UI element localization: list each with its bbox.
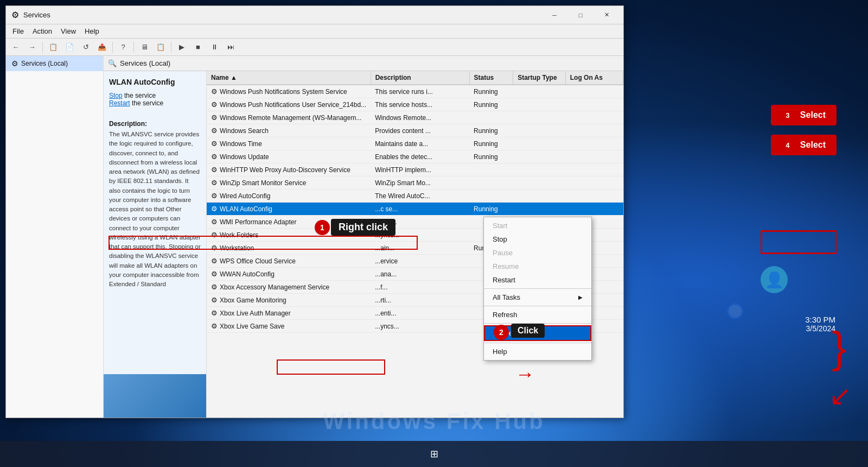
col-header-logon[interactable]: Log On As bbox=[565, 71, 623, 85]
service-desc-cell: Windows Remote... bbox=[371, 111, 469, 124]
service-gear-icon: ⚙ bbox=[211, 192, 218, 200]
windows-logo[interactable]: ⊞ bbox=[430, 448, 438, 460]
brace-annotation: } bbox=[832, 326, 846, 369]
badge-3: 3 bbox=[782, 109, 794, 121]
service-desc-cell: The Wired AutoC... bbox=[371, 190, 469, 203]
toolbar: ← → 📋 📄 ↺ 📤 ? 🖥 📋 ▶ ■ ⏸ ⏭ bbox=[6, 39, 623, 56]
context-menu-item-start: Start bbox=[484, 219, 591, 232]
help-button[interactable]: ? bbox=[116, 40, 131, 54]
arrow-to-properties: → bbox=[515, 363, 535, 386]
service-name-cell: ⚙ Windows Search bbox=[207, 124, 371, 137]
table-row[interactable]: ⚙ Windows Push Notifications User Servic… bbox=[207, 98, 623, 111]
menu-help[interactable]: Help bbox=[80, 26, 104, 36]
service-gear-icon: ⚙ bbox=[211, 296, 218, 304]
service-name-cell: ⚙ Xbox Game Monitoring bbox=[207, 294, 371, 307]
forward-button[interactable]: → bbox=[24, 40, 40, 54]
titlebar-title: Services bbox=[23, 11, 542, 19]
menu-view[interactable]: View bbox=[56, 26, 80, 36]
table-row[interactable]: ⚙ Windows Push Notifications System Serv… bbox=[207, 85, 623, 98]
service-name-cell: ⚙ WinHTTP Web Proxy Auto-Discovery Servi… bbox=[207, 163, 371, 176]
toolbar-separator-3 bbox=[133, 42, 134, 53]
stop-link[interactable]: Stop bbox=[109, 92, 123, 99]
service-name-cell: ⚙ Xbox Accessory Management Service bbox=[207, 281, 371, 294]
pause-button[interactable]: ⏸ bbox=[207, 40, 222, 54]
table-row[interactable]: ⚙ Windows Search Provides content ... Ru… bbox=[207, 124, 623, 137]
nav-services-local[interactable]: ⚙ Services (Local) bbox=[6, 56, 103, 71]
service-startup-cell bbox=[513, 190, 566, 203]
context-menu-item-pause: Pause bbox=[484, 246, 591, 260]
maximize-button[interactable]: □ bbox=[568, 6, 593, 24]
service-gear-icon: ⚙ bbox=[211, 153, 218, 161]
table-row[interactable]: ⚙ Wired AutoConfig The Wired AutoC... bbox=[207, 190, 623, 203]
clock-area: 3:30 PM 3/5/2024 bbox=[805, 315, 835, 333]
service-gear-icon: ⚙ bbox=[211, 205, 218, 213]
service-startup-cell bbox=[513, 98, 566, 111]
taskbar[interactable]: ⊞ bbox=[0, 441, 868, 467]
service-startup-cell bbox=[513, 111, 566, 124]
table-row[interactable]: ⚙ WinZip Smart Monitor Service WinZip Sm… bbox=[207, 176, 623, 190]
select-button-3[interactable]: 3 Select bbox=[771, 105, 837, 125]
stop-the-service-text: the service bbox=[124, 92, 156, 99]
stop-button[interactable]: ■ bbox=[190, 40, 206, 54]
close-button[interactable]: ✕ bbox=[594, 6, 619, 24]
col-header-status[interactable]: Status bbox=[469, 71, 513, 85]
col-header-startup[interactable]: Startup Type bbox=[513, 71, 566, 85]
context-menu-separator bbox=[484, 306, 591, 306]
minimize-button[interactable]: ─ bbox=[542, 6, 567, 24]
service-name-cell: ⚙ WWAN AutoConfig bbox=[207, 268, 371, 281]
service-logon-cell bbox=[565, 176, 623, 190]
context-menu-item-help[interactable]: Help bbox=[484, 345, 591, 358]
refresh-button[interactable]: ↺ bbox=[78, 40, 93, 54]
restart-link[interactable]: Restart bbox=[109, 99, 130, 107]
select-button-4[interactable]: 4 Select bbox=[771, 135, 837, 155]
table-row[interactable]: ⚙ Windows Remote Management (WS-Managem.… bbox=[207, 111, 623, 124]
service-gear-icon: ⚙ bbox=[211, 218, 218, 226]
table-row[interactable]: ⚙ WinHTTP Web Proxy Auto-Discovery Servi… bbox=[207, 163, 623, 176]
context-menu-item-stop[interactable]: Stop bbox=[484, 232, 591, 246]
col-header-desc[interactable]: Description bbox=[371, 71, 469, 85]
badge-4: 4 bbox=[782, 139, 794, 151]
menu-action[interactable]: Action bbox=[28, 26, 56, 36]
service-desc-cell: Enables the detec... bbox=[371, 150, 469, 163]
table-row[interactable]: ⚙ WLAN AutoConfig ...c se... Running bbox=[207, 203, 623, 216]
service-desc-cell: Maintains date a... bbox=[371, 137, 469, 150]
titlebar: ⚙ Services ─ □ ✕ bbox=[6, 6, 623, 24]
service-status-cell bbox=[469, 163, 513, 176]
back-button[interactable]: ← bbox=[8, 40, 23, 54]
play-button[interactable]: ▶ bbox=[174, 40, 189, 54]
service-desc-cell: This service hosts... bbox=[371, 98, 469, 111]
search-icon: 🔍 bbox=[108, 59, 117, 67]
col-header-name[interactable]: Name ▲ bbox=[207, 71, 371, 85]
table-row[interactable]: ⚙ Windows Update Enables the detec... Ru… bbox=[207, 150, 623, 163]
service-gear-icon: ⚙ bbox=[211, 283, 218, 291]
service-gear-icon: ⚙ bbox=[211, 100, 218, 109]
toolbar-separator-4 bbox=[171, 42, 171, 53]
description-body: The WLANSVC service provides the logic r… bbox=[109, 130, 201, 289]
export-button[interactable]: 📤 bbox=[94, 40, 110, 54]
restart-button[interactable]: ⏭ bbox=[223, 40, 238, 54]
service-desc-cell: ...ana... bbox=[371, 268, 469, 281]
menu-file[interactable]: File bbox=[8, 26, 28, 36]
service-status-cell bbox=[469, 176, 513, 190]
wlan-row-outline bbox=[108, 236, 418, 250]
service-desc-cell: This service runs i... bbox=[371, 85, 469, 98]
service-name-cell: ⚙ Xbox Live Game Save bbox=[207, 320, 371, 333]
open-button[interactable]: 🖥 bbox=[137, 40, 152, 54]
service-logon-cell bbox=[565, 137, 623, 150]
service-gear-icon: ⚙ bbox=[211, 270, 218, 278]
service-startup-cell bbox=[513, 150, 566, 163]
service-status-cell: Running bbox=[469, 85, 513, 98]
table-row[interactable]: ⚙ Windows Time Maintains date a... Runni… bbox=[207, 137, 623, 150]
up-button[interactable]: 📋 bbox=[46, 40, 61, 54]
context-menu-item-refresh[interactable]: Refresh bbox=[484, 308, 591, 321]
desc-bottom-graphic bbox=[104, 374, 207, 418]
service-name-cell: ⚙ Windows Push Notifications User Servic… bbox=[207, 98, 371, 111]
context-menu-item-all-tasks[interactable]: All Tasks▶ bbox=[484, 291, 591, 304]
show-hide-button[interactable]: 📄 bbox=[62, 40, 77, 54]
context-menu-item-restart[interactable]: Restart bbox=[484, 273, 591, 287]
properties-button[interactable]: 📋 bbox=[153, 40, 168, 54]
nav-services-icon: ⚙ bbox=[11, 59, 18, 68]
service-gear-icon: ⚙ bbox=[211, 113, 218, 122]
service-desc-cell: ...c se... bbox=[371, 203, 469, 216]
service-logon-cell bbox=[565, 111, 623, 124]
